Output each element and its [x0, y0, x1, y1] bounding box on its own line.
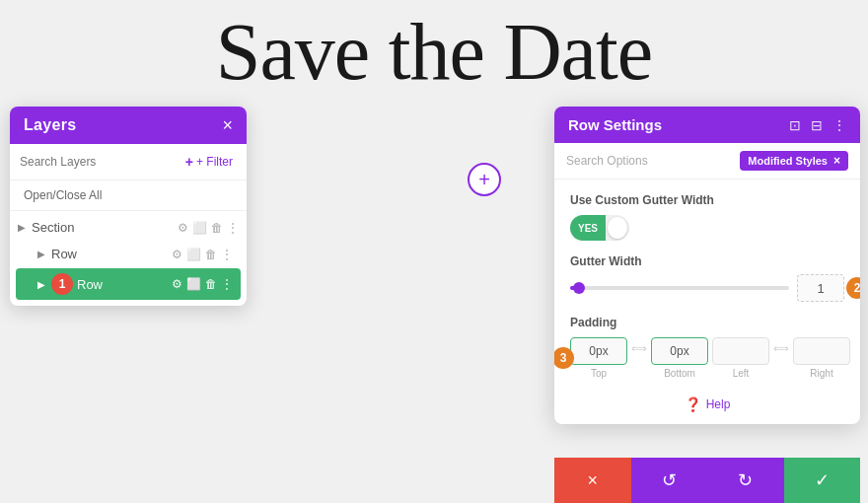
- row2-delete-icon[interactable]: 🗑: [205, 277, 217, 291]
- padding-bottom-label: Bottom: [664, 368, 695, 379]
- gutter-width-label: Gutter Width: [570, 254, 844, 268]
- layer-item-row1[interactable]: ▶ Row ⚙ ⬜ 🗑 ⋮: [16, 242, 241, 266]
- gutter-slider-thumb: [573, 282, 585, 294]
- custom-gutter-toggle: YES: [570, 215, 844, 241]
- row-settings-header: Row Settings ⊡ ⊟ ⋮: [554, 107, 860, 143]
- layers-close-button[interactable]: ×: [222, 116, 233, 134]
- section-actions: ⚙ ⬜ 🗑 ⋮: [178, 221, 239, 235]
- section-arrow-icon: ▶: [18, 222, 32, 233]
- undo-button[interactable]: ↺: [631, 458, 708, 503]
- row1-settings-icon[interactable]: ⚙: [172, 248, 182, 261]
- gutter-input-wrap: 2: [797, 274, 844, 302]
- layers-search-input[interactable]: [20, 155, 176, 169]
- section-label: Section: [32, 220, 178, 235]
- padding-top-field: Top: [570, 337, 627, 379]
- bottom-toolbar: × ↺ ↻ ✓: [554, 458, 860, 503]
- layers-open-close[interactable]: Open/Close All: [10, 180, 247, 211]
- padding-top-input[interactable]: [570, 337, 627, 365]
- row-settings-title: Row Settings: [568, 116, 662, 133]
- row1-label: Row: [51, 247, 172, 261]
- plus-icon: +: [185, 154, 193, 170]
- padding-label: Padding: [570, 316, 844, 329]
- section-more-icon[interactable]: ⋮: [227, 221, 239, 235]
- padding-right-input[interactable]: [793, 337, 850, 365]
- help-button[interactable]: ❓ Help: [570, 391, 844, 414]
- layer-item-row2[interactable]: ▶ 1 Row ⚙ ⬜ 🗑 ⋮: [16, 268, 241, 300]
- gutter-width-input[interactable]: [797, 274, 844, 302]
- toggle-yes-switch[interactable]: YES: [570, 215, 629, 241]
- padding-left-field: Left: [712, 337, 769, 379]
- gutter-slider-track[interactable]: [570, 286, 789, 290]
- layers-list: ▶ Section ⚙ ⬜ 🗑 ⋮ ▶ Row ⚙ ⬜ 🗑 ⋮ ▶ 1 Row: [10, 211, 247, 306]
- columns-icon[interactable]: ⊟: [811, 117, 823, 133]
- row2-actions: ⚙ ⬜ 🗑 ⋮: [172, 277, 233, 291]
- row2-copy-icon[interactable]: ⬜: [186, 277, 201, 291]
- resize-icon[interactable]: ⊡: [789, 117, 801, 133]
- modified-styles-badge: Modified Styles ×: [740, 151, 848, 171]
- search-options-label: Search Options: [566, 154, 648, 168]
- filter-label: + Filter: [196, 155, 233, 169]
- layer-item-section[interactable]: ▶ Section ⚙ ⬜ 🗑 ⋮: [10, 215, 247, 240]
- row2-arrow-icon: ▶: [37, 279, 51, 290]
- toggle-knob: [608, 217, 627, 239]
- padding-bottom-input[interactable]: [651, 337, 708, 365]
- padding-fields-row: 3 Top ⟺ Bottom Left ⟺ Right: [570, 337, 844, 379]
- section-copy-icon[interactable]: ⬜: [192, 221, 207, 235]
- row-settings-header-icons: ⊡ ⊟ ⋮: [789, 117, 846, 133]
- modified-styles-close[interactable]: ×: [833, 154, 840, 168]
- row-settings-body: Use Custom Gutter Width YES Gutter Width…: [554, 180, 860, 424]
- padding-right-label: Right: [810, 368, 832, 379]
- row1-more-icon[interactable]: ⋮: [221, 248, 233, 261]
- more-options-icon[interactable]: ⋮: [832, 117, 846, 133]
- padding-bottom-field: Bottom: [651, 337, 708, 379]
- padding-link-icon-2[interactable]: ⟺: [773, 342, 789, 355]
- row2-settings-icon[interactable]: ⚙: [172, 277, 182, 291]
- row-settings-search-bar: Search Options Modified Styles ×: [554, 143, 860, 180]
- row1-actions: ⚙ ⬜ 🗑 ⋮: [172, 248, 233, 261]
- section-settings-icon[interactable]: ⚙: [178, 221, 188, 235]
- layers-title: Layers: [24, 116, 76, 134]
- custom-gutter-label: Use Custom Gutter Width: [570, 193, 844, 207]
- page-heading: Save the Date: [0, 0, 868, 97]
- toggle-yes-label: YES: [570, 215, 606, 241]
- padding-right-field: Right: [793, 337, 850, 379]
- cancel-button[interactable]: ×: [554, 458, 631, 503]
- row1-delete-icon[interactable]: 🗑: [205, 248, 217, 261]
- padding-left-input[interactable]: [712, 337, 769, 365]
- modified-styles-label: Modified Styles: [748, 155, 828, 167]
- gutter-width-row: 2: [570, 274, 844, 302]
- layers-header: Layers ×: [10, 107, 247, 144]
- help-label: Help: [706, 397, 731, 411]
- section-delete-icon[interactable]: 🗑: [211, 221, 223, 235]
- step3-badge: 3: [554, 347, 574, 369]
- padding-top-label: Top: [591, 368, 607, 379]
- row2-more-icon[interactable]: ⋮: [221, 277, 233, 291]
- add-element-button[interactable]: +: [468, 163, 501, 196]
- layers-search-bar: + + Filter: [10, 144, 247, 180]
- padding-left-label: Left: [733, 368, 750, 379]
- padding-section: Padding 3 Top ⟺ Bottom Left ⟺: [570, 316, 844, 379]
- layers-panel: Layers × + + Filter Open/Close All ▶ Sec…: [10, 107, 247, 306]
- help-circle-icon: ❓: [685, 396, 701, 412]
- padding-link-icon-1[interactable]: ⟺: [631, 342, 647, 355]
- row1-arrow-icon: ▶: [37, 249, 51, 259]
- redo-button[interactable]: ↻: [707, 458, 784, 503]
- row2-label: Row: [77, 277, 172, 292]
- step1-badge: 1: [51, 273, 73, 295]
- gutter-width-section: Gutter Width 2: [570, 254, 844, 302]
- step2-badge: 2: [846, 277, 860, 299]
- save-button[interactable]: ✓: [784, 458, 861, 503]
- row1-copy-icon[interactable]: ⬜: [186, 248, 201, 261]
- layers-filter-button[interactable]: + + Filter: [181, 152, 237, 172]
- row-settings-panel: Row Settings ⊡ ⊟ ⋮ Search Options Modifi…: [554, 107, 860, 424]
